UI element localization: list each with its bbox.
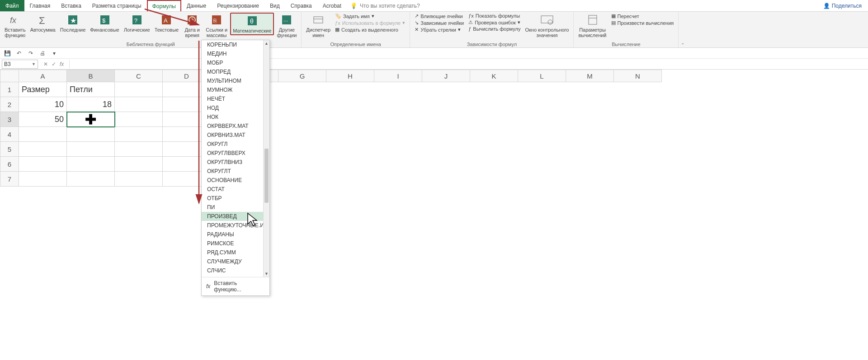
cell-C3[interactable]	[115, 112, 163, 127]
trace-precedents-button[interactable]: ↗Влияющие ячейки	[413, 13, 466, 19]
column-header[interactable]: L	[518, 70, 566, 82]
dropdown-item[interactable]: РЯД.СУММ	[202, 248, 269, 257]
autosum-button[interactable]: Σ Автосумма	[28, 13, 57, 33]
text-button[interactable]: A Текстовые	[153, 13, 181, 33]
column-header[interactable]: A	[19, 70, 67, 82]
error-checking-button[interactable]: ⚠Проверка ошибок▾	[467, 19, 522, 26]
cell[interactable]	[115, 172, 163, 187]
dropdown-item[interactable]: МОБР	[202, 58, 269, 67]
cell[interactable]	[67, 142, 115, 157]
row-header[interactable]: 7	[0, 172, 19, 187]
column-header[interactable]: H	[326, 70, 374, 82]
row-header[interactable]: 5	[0, 142, 19, 157]
scroll-thumb[interactable]	[264, 149, 269, 203]
dropdown-item[interactable]: МОПРЕД	[202, 67, 269, 76]
cell-A1[interactable]: Размер	[19, 82, 67, 97]
row-header[interactable]: 4	[0, 127, 19, 142]
insert-function-footer[interactable]: fx Вставить функцию...	[202, 277, 269, 295]
tab-view[interactable]: Вид	[264, 0, 285, 11]
tab-insert[interactable]: Вставка	[56, 0, 87, 11]
scroll-down-button[interactable]: ▼	[264, 271, 269, 277]
tab-page-layout[interactable]: Разметка страницы	[87, 0, 147, 11]
dropdown-item[interactable]: МУМНОЖ	[202, 85, 269, 94]
recent-button[interactable]: ★ Последние	[58, 13, 88, 33]
dropdown-item[interactable]: РИМСКОЕ	[202, 239, 269, 248]
dropdown-scrollbar[interactable]: ▲ ▼	[263, 40, 269, 277]
dropdown-item[interactable]: ОСНОВАНИЕ	[202, 176, 269, 185]
dropdown-item[interactable]: НОД	[202, 103, 269, 112]
dropdown-item[interactable]: ОКРУГЛВНИЗ	[202, 158, 269, 167]
column-header[interactable]: M	[566, 70, 614, 82]
evaluate-formula-button[interactable]: ƒВычислить формулу	[467, 26, 522, 32]
share-button[interactable]: 👤 Поделиться	[817, 0, 868, 11]
cell-B1[interactable]: Петли	[67, 82, 115, 97]
row-header[interactable]: 3	[0, 112, 19, 127]
datetime-button[interactable]: Дата и время	[181, 13, 203, 39]
lookup-button[interactable]: ⎘ Ссылки и массивы	[204, 13, 229, 39]
define-name-button[interactable]: 🏷️Задать имя▾	[333, 13, 407, 19]
tab-review[interactable]: Рецензирование	[212, 0, 264, 11]
qat-customize-button[interactable]: ▾	[51, 50, 58, 57]
tab-help[interactable]: Справка	[285, 0, 317, 11]
enter-formula-button[interactable]: ✓	[52, 61, 56, 67]
dropdown-item[interactable]: ОКРВВЕРХ.МАТ	[202, 122, 269, 131]
tab-data[interactable]: Данные	[181, 0, 212, 11]
trace-dependents-button[interactable]: ↘Зависимые ячейки	[413, 19, 466, 26]
insert-function-button[interactable]: fx Вставить функцию	[3, 13, 28, 39]
watch-window-button[interactable]: Окно контрольного значения	[523, 13, 571, 39]
tab-formulas[interactable]: Формулы	[147, 0, 181, 11]
column-header[interactable]: N	[614, 70, 662, 82]
dropdown-item[interactable]: ПРОМЕЖУТОЧНЫЕ.ИТОГИ	[202, 221, 269, 230]
logical-button[interactable]: ? Логические	[122, 13, 152, 33]
column-header[interactable]: I	[374, 70, 422, 82]
formula-input[interactable]	[69, 60, 868, 69]
name-box[interactable]: B3 ▼	[2, 60, 38, 69]
calculate-now-button[interactable]: ▦Пересчет	[609, 13, 676, 19]
cell-B2[interactable]: 18	[67, 97, 115, 112]
remove-arrows-button[interactable]: ✕Убрать стрелки▾	[413, 26, 466, 33]
tab-file[interactable]: Файл	[0, 0, 24, 11]
cell[interactable]	[115, 142, 163, 157]
cell[interactable]	[67, 157, 115, 172]
cell[interactable]	[19, 127, 67, 142]
cancel-formula-button[interactable]: ✕	[43, 61, 48, 67]
dropdown-item[interactable]: ОКРУГЛТ	[202, 167, 269, 176]
row-header[interactable]: 2	[0, 97, 19, 112]
undo-button[interactable]: ↶	[15, 50, 23, 57]
dropdown-item[interactable]: СТЕПЕНЬ	[202, 275, 269, 277]
cell[interactable]	[115, 127, 163, 142]
cell[interactable]	[115, 157, 163, 172]
show-formulas-button[interactable]: ƒxПоказать формулы	[467, 13, 522, 19]
dropdown-item[interactable]: РАДИАНЫ	[202, 230, 269, 239]
cell[interactable]	[19, 142, 67, 157]
cell-B3[interactable]: ✚	[67, 112, 115, 127]
more-functions-button[interactable]: ··· Другие функции	[275, 13, 298, 39]
financial-button[interactable]: $ Финансовые	[88, 13, 121, 33]
dropdown-item[interactable]: ПИ	[202, 203, 269, 212]
collapse-ribbon-button[interactable]: ⌃	[679, 12, 687, 47]
column-header[interactable]: K	[470, 70, 518, 82]
save-button[interactable]: 💾	[4, 50, 11, 57]
dropdown-item[interactable]: МЕДИН	[202, 49, 269, 58]
calculate-sheet-button[interactable]: ▤Произвести вычисления	[609, 19, 676, 26]
tab-acrobat[interactable]: Acrobat	[317, 0, 347, 11]
tell-me-search[interactable]: 💡 Что вы хотите сделать?	[350, 0, 420, 11]
column-header[interactable]: G	[278, 70, 326, 82]
cell-C2[interactable]	[115, 97, 163, 112]
dropdown-item[interactable]: ОКРУГЛВВЕРХ	[202, 149, 269, 158]
column-header[interactable]: C	[115, 70, 163, 82]
column-header[interactable]: B	[67, 70, 115, 82]
redo-button[interactable]: ↷	[27, 50, 34, 57]
math-trig-button[interactable]: θ Математические	[230, 13, 274, 35]
dropdown-item[interactable]: СЛЧИС	[202, 266, 269, 275]
cell[interactable]	[19, 172, 67, 187]
cell[interactable]	[19, 157, 67, 172]
row-header[interactable]: 1	[0, 82, 19, 97]
tab-home[interactable]: Главная	[24, 0, 56, 11]
dropdown-item[interactable]: ОКРВНИЗ.МАТ	[202, 131, 269, 140]
calculation-options-button[interactable]: Параметры вычислений	[576, 13, 608, 39]
create-from-selection-button[interactable]: ▦Создать из выделенного	[333, 26, 407, 33]
scroll-up-button[interactable]: ▲	[264, 40, 269, 47]
print-preview-button[interactable]: 🖨	[39, 50, 46, 57]
dropdown-item[interactable]: НЕЧЁТ	[202, 94, 269, 103]
